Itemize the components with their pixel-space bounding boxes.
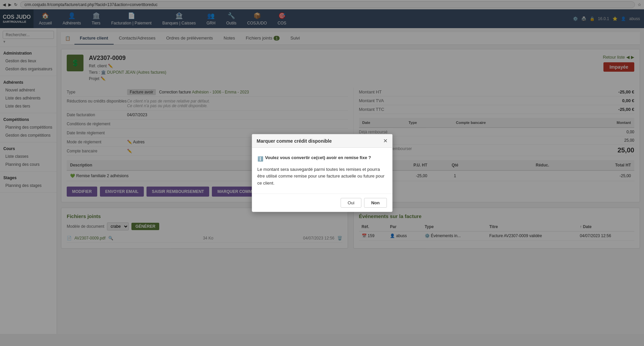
info-icon: ℹ️	[257, 155, 263, 162]
modal-overlay[interactable]: Marquer comme crédit disponible ✕ ℹ️ Vou…	[0, 0, 644, 346]
modal-box: Marquer comme crédit disponible ✕ ℹ️ Vou…	[252, 134, 393, 212]
modal-description: Le montant sera sauvegardé parmi toutes …	[257, 166, 387, 187]
modal-close-button[interactable]: ✕	[383, 138, 388, 144]
modal-non-button[interactable]: Non	[364, 198, 387, 208]
modal-title: Marquer comme crédit disponible	[257, 138, 332, 144]
modal-body: ℹ️ Voulez vous convertir ce(cet) avoir e…	[252, 148, 392, 194]
modal-question: ℹ️ Voulez vous convertir ce(cet) avoir e…	[257, 154, 387, 162]
modal-footer: Oui Non	[252, 194, 392, 212]
modal-question-text: Voulez vous convertir ce(cet) avoir en r…	[265, 154, 371, 161]
modal-header: Marquer comme crédit disponible ✕	[252, 134, 392, 148]
modal-oui-button[interactable]: Oui	[341, 198, 361, 208]
